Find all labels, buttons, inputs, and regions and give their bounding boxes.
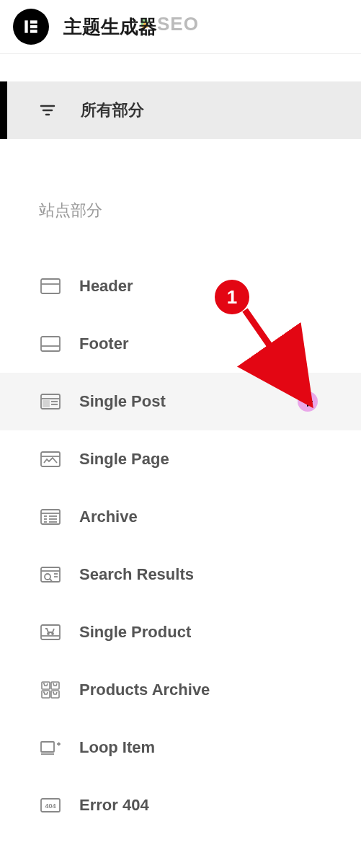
list-item-label: Search Results [79,565,194,584]
svg-rect-1 [30,20,37,23]
elementor-icon [22,17,40,36]
list-item-error-404[interactable]: 404 Error 404 [0,776,361,834]
single-page-icon [39,448,62,471]
list-item-label: Header [79,277,133,296]
single-product-icon [39,621,62,644]
list-item-single-product[interactable]: Single Product [0,603,361,661]
loop-item-icon [39,736,62,759]
svg-text:404: 404 [45,802,55,810]
list-item-single-post[interactable]: Single Post [0,373,361,430]
menu-active-indicator [0,81,7,139]
header-icon [39,275,62,298]
single-post-icon [39,390,62,413]
filter-icon [39,102,56,119]
svg-point-30 [45,574,50,580]
list-item-footer[interactable]: Footer [0,315,361,373]
search-results-icon [39,563,62,586]
svg-rect-7 [41,279,60,293]
svg-rect-42 [41,742,54,752]
products-archive-icon [39,678,62,701]
list-item-label: Products Archive [79,681,210,699]
svg-rect-9 [41,337,60,351]
list-item-single-page[interactable]: Single Page [0,430,361,488]
all-parts-menu[interactable]: 所有部分 [0,81,361,139]
svg-rect-3 [30,30,37,32]
svg-rect-2 [30,25,37,28]
error-404-icon: 404 [39,794,62,817]
list-item-label: Single Page [79,450,169,469]
list-item-label: Footer [79,335,128,353]
svg-point-37 [52,633,53,634]
elementor-logo [13,9,49,45]
footer-icon [39,332,62,355]
archive-icon [39,505,62,528]
site-parts-list: Header Footer Single Post Single Page Ar… [0,257,361,834]
list-item-products-archive[interactable]: Products Archive [0,661,361,719]
svg-rect-13 [43,401,49,407]
list-item-label: Error 404 [79,796,149,815]
list-item-header[interactable]: Header [0,257,361,315]
svg-line-31 [50,579,52,581]
list-item-label: Single Product [79,623,191,642]
header-title: 主题生成器 [63,14,157,40]
header: 主题生成器 SEO [0,0,361,54]
list-item-archive[interactable]: Archive [0,488,361,546]
svg-point-36 [48,633,49,634]
svg-rect-0 [24,20,27,32]
all-parts-label: 所有部分 [81,99,144,121]
list-item-search-results[interactable]: Search Results [0,546,361,603]
list-item-loop-item[interactable]: Loop Item [0,719,361,776]
watermark-text: SEO [157,13,199,35]
annotation-badge: 1 [215,280,249,314]
section-label: 站点部分 [39,200,361,221]
list-item-label: Loop Item [79,738,155,757]
plus-icon [302,396,313,407]
add-template-button[interactable] [298,391,318,412]
list-item-label: Single Post [79,392,166,411]
list-item-label: Archive [79,508,138,526]
